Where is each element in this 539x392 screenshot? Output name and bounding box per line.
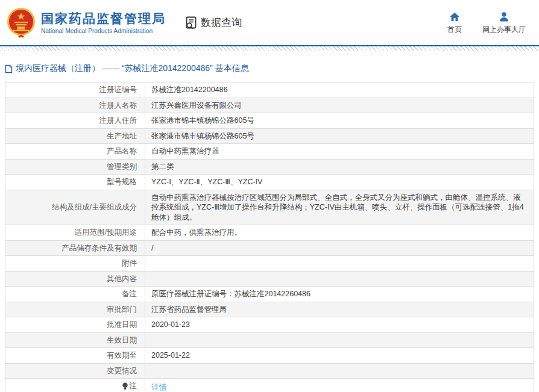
row-label: 生产地址 xyxy=(5,128,145,144)
row-value: 张家港市锦丰镇杨锦公路605号 xyxy=(145,128,534,144)
row-value-text: 2020-01-23 xyxy=(151,320,190,329)
row-value-text: 江苏省药品监督管理局 xyxy=(151,305,227,314)
agency-name-cn: 国家药品监督管理局 xyxy=(41,11,166,26)
row-label-text: 产品储存条件及有效期 xyxy=(61,244,137,252)
table-row: 其他内容 xyxy=(5,271,534,287)
table-row: 管理类别第二类 xyxy=(5,159,534,175)
detail-link[interactable]: 详情 xyxy=(151,383,166,391)
row-label: 附件 xyxy=(5,256,145,272)
document-icon xyxy=(5,64,13,73)
row-value: 自动中药熏蒸治疗器械按治疗区域范围分为局部式、全自式，全身式又分为座式和躺式，由… xyxy=(145,190,534,225)
nav-online-hall[interactable]: 网上办事大厅 xyxy=(482,11,526,35)
row-label-text: 有效期至 xyxy=(107,351,137,359)
row-label-text: 其他内容 xyxy=(107,275,137,283)
row-value-text: 张家港市锦丰镇杨锦公路605号 xyxy=(151,132,254,140)
row-value: 原医疗器械注册证编号：苏械注准20142260486 xyxy=(145,287,534,302)
row-label-text: 产品名称 xyxy=(107,147,137,155)
row-value: / xyxy=(145,240,534,256)
table-row: 注册人住所张家港市锦丰镇杨锦公路605号 xyxy=(5,113,534,129)
table-row: 结构及组成/主要组成成分自动中药熏蒸治疗器械按治疗区域范围分为局部式、全自式，全… xyxy=(5,190,534,225)
row-value: YZC-Ⅰ、YZC-Ⅱ、YZC-Ⅲ、YZC-IV xyxy=(145,175,534,190)
row-label: 备注 xyxy=(5,287,145,302)
row-value xyxy=(145,256,534,272)
row-label-text: 型号规格 xyxy=(107,178,137,186)
row-label: 结构及组成/主要组成成分 xyxy=(5,190,145,225)
table-row: 型号规格YZC-Ⅰ、YZC-Ⅱ、YZC-Ⅲ、YZC-IV xyxy=(5,175,534,190)
row-value-text: 自动中药熏蒸治疗器 xyxy=(151,147,219,155)
breadcrumb: 境内医疗器械（注册） —— “苏械注准20142200486” 基本信息 xyxy=(5,63,539,74)
brand-block: 国家药品监督管理局 National Medical Products Admi… xyxy=(41,11,166,34)
table-row: 注详情 xyxy=(5,379,534,392)
row-label-text: 附件 xyxy=(122,259,137,267)
table-row: 产品储存条件及有效期/ xyxy=(5,240,534,256)
table-row: 生产地址张家港市锦丰镇杨锦公路605号 xyxy=(5,128,534,144)
table-row: 适用范围/预期用途配合中药，供熏蒸治疗用。 xyxy=(5,225,534,241)
row-label-text: 生效日期 xyxy=(107,336,137,344)
row-label-text: 生产地址 xyxy=(107,132,137,140)
row-value-text: 自动中药熏蒸治疗器械按治疗区域范围分为局部式、全自式，全身式又分为座式和躺式，由… xyxy=(151,193,524,222)
user-icon xyxy=(498,11,510,23)
row-label-text: 注 xyxy=(130,381,137,391)
row-label: 注册证编号 xyxy=(5,82,145,98)
bulb-icon xyxy=(122,382,128,391)
row-label-text: 批准日期 xyxy=(107,320,137,329)
row-label: 生效日期 xyxy=(5,332,145,348)
row-value xyxy=(145,271,534,287)
table-row: 审批部门江苏省药品监督管理局 xyxy=(5,302,534,317)
data-query-nav[interactable]: 数据查询 xyxy=(184,16,242,30)
table-row: 备注原医疗器械注册证编号：苏械注准20142260486 xyxy=(5,287,534,302)
row-label: 审批部门 xyxy=(5,302,145,317)
row-label: 管理类别 xyxy=(5,159,145,175)
row-value xyxy=(145,363,534,379)
row-label: 型号规格 xyxy=(5,175,145,190)
row-label-text: 变更情况 xyxy=(107,367,137,375)
nav-home-label: 首页 xyxy=(447,24,462,35)
table-row: 注册人名称江苏兴鑫医用设备有限公司 xyxy=(5,98,534,113)
row-label: 产品储存条件及有效期 xyxy=(5,240,145,256)
row-label: 注册人住所 xyxy=(5,113,145,129)
table-row: 变更情况 xyxy=(5,363,534,379)
row-value-text: 2025-01-22 xyxy=(151,351,190,359)
row-value xyxy=(145,332,534,348)
row-value: 苏械注准20142200486 xyxy=(145,82,534,98)
row-value: 张家港市锦丰镇杨锦公路605号 xyxy=(145,113,534,129)
registration-detail-table: 注册证编号苏械注准20142200486注册人名称江苏兴鑫医用设备有限公司注册人… xyxy=(5,82,534,392)
row-label-text: 结构及组成/主要组成成分 xyxy=(52,203,137,211)
data-query-label: 数据查询 xyxy=(201,16,242,30)
nav-hall-label: 网上办事大厅 xyxy=(482,24,526,35)
row-value-text: 原医疗器械注册证编号：苏械注准20142260486 xyxy=(151,290,310,298)
row-label: 适用范围/预期用途 xyxy=(5,225,145,241)
table-row: 生效日期 xyxy=(5,332,534,348)
row-label: 产品名称 xyxy=(5,144,145,160)
row-label-text: 注册人住所 xyxy=(99,116,137,125)
row-value: 江苏兴鑫医用设备有限公司 xyxy=(145,98,534,113)
row-label-text: 适用范围/预期用途 xyxy=(75,228,137,237)
row-value: 详情 xyxy=(145,379,534,392)
row-value: 第二类 xyxy=(145,159,534,175)
header-hatch-band xyxy=(0,46,539,51)
table-row: 产品名称自动中药熏蒸治疗器 xyxy=(5,144,534,160)
row-value: 配合中药，供熏蒸治疗用。 xyxy=(145,225,534,241)
header-nav: 首页 网上办事大厅 xyxy=(447,11,526,35)
row-label: 批准日期 xyxy=(5,317,145,333)
agency-name-en: National Medical Products Administration xyxy=(41,28,166,34)
row-value: 江苏省药品监督管理局 xyxy=(145,302,534,317)
nav-home[interactable]: 首页 xyxy=(447,11,462,35)
row-value-text: 苏械注准20142200486 xyxy=(151,86,227,94)
row-value-text: YZC-Ⅰ、YZC-Ⅱ、YZC-Ⅲ、YZC-IV xyxy=(151,178,262,186)
table-row: 批准日期2020-01-23 xyxy=(5,317,534,333)
row-value-text: 配合中药，供熏蒸治疗用。 xyxy=(151,228,242,237)
row-label-text: 管理类别 xyxy=(107,163,137,171)
table-row: 附件 xyxy=(5,256,534,272)
row-label: 其他内容 xyxy=(5,271,145,287)
row-label: 有效期至 xyxy=(5,348,145,364)
row-value: 2025-01-22 xyxy=(145,348,534,364)
breadcrumb-text: 境内医疗器械（注册） —— “苏械注准20142200486” 基本信息 xyxy=(16,63,249,74)
national-emblem-icon xyxy=(6,7,36,39)
home-icon xyxy=(449,11,461,23)
row-label-text: 备注 xyxy=(122,290,137,298)
detail-table-body: 注册证编号苏械注准20142200486注册人名称江苏兴鑫医用设备有限公司注册人… xyxy=(5,82,534,392)
table-row: 有效期至2025-01-22 xyxy=(5,348,534,364)
row-label: 变更情况 xyxy=(5,363,145,379)
row-label-text: 审批部门 xyxy=(107,305,137,314)
